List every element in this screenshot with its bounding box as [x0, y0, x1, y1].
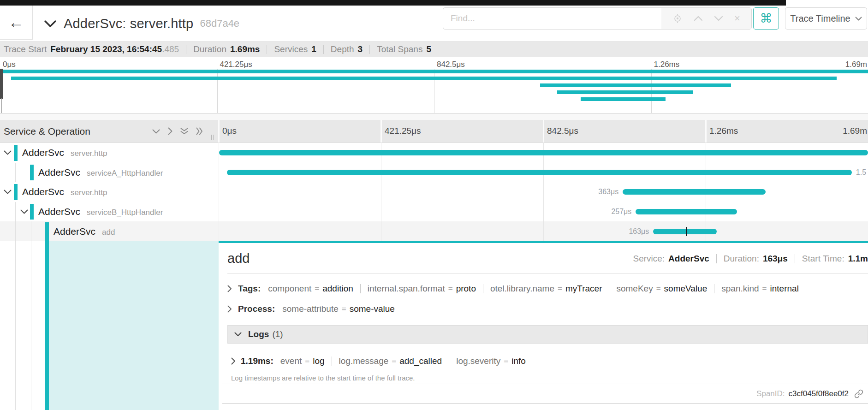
log-entry-chevron-right-icon [231, 357, 236, 365]
service-name: AdderSvc [54, 226, 95, 237]
operation-name: serviceB_HttpHandler [87, 208, 163, 217]
timeline-tick-label: 1.69m [843, 126, 867, 136]
minimap-scrubber-handle[interactable] [0, 69, 3, 99]
span-row-labels: AdderSvcserver.http [22, 186, 107, 197]
resizer-strip[interactable] [0, 113, 868, 120]
detail-meta-value: 1.1m [848, 254, 868, 264]
timeline-tick-label: 0μs [222, 126, 237, 136]
span-bar[interactable] [653, 229, 717, 234]
service-name: AdderSvc [22, 147, 64, 158]
minimap-gridline [434, 69, 434, 113]
process-label[interactable]: Process: [238, 304, 275, 314]
summary-item-value: February 15 2023, 16:54:45.485 [50, 44, 179, 54]
logs-section-header[interactable]: Logs (1) [227, 325, 868, 344]
keyboard-shortcuts-button[interactable]: ⌘ [753, 7, 779, 30]
detail-meta-label: Start Time: [802, 254, 844, 264]
log-field-key: log.severity [456, 356, 500, 366]
logs-count: (1) [272, 329, 283, 339]
spanid-link-icon[interactable] [854, 389, 863, 398]
timeline-minimap[interactable]: 0μs421.25μs842.5μs1.26ms1.69m [0, 58, 868, 113]
summary-item-label: Duration [193, 44, 226, 54]
span-row[interactable]: AdderSvcserver.http [0, 143, 868, 163]
minimap-span-bar [11, 77, 837, 80]
minimap-tick-label: 1.26ms [654, 60, 680, 69]
span-bar[interactable] [227, 170, 852, 175]
expand-all-double-chevron-right-icon[interactable] [196, 127, 203, 135]
span-bar[interactable] [636, 209, 737, 214]
service-accent-bar [14, 145, 18, 161]
expand-one-chevron-right-icon[interactable] [168, 127, 172, 135]
span-bar[interactable] [219, 150, 868, 155]
minimap-scrubber-line [1, 98, 2, 113]
span-bar[interactable] [623, 189, 766, 195]
back-button[interactable]: ← [0, 6, 33, 40]
span-row-chevron-down-icon[interactable] [4, 150, 12, 155]
detail-meta-label: Duration: [724, 254, 759, 264]
operation-name: server.http [71, 149, 107, 158]
span-detail-title-row: add Service:AdderSvcDuration:163μsStart … [227, 251, 868, 266]
span-duration-label: 363μs [219, 188, 623, 196]
span-row[interactable]: AdderSvcadd163μs [0, 221, 868, 241]
summary-item-suffix: .485 [162, 44, 179, 54]
span-row-chevron-down-icon[interactable] [4, 190, 12, 194]
service-operation-header: Service & Operation [0, 120, 219, 143]
collapse-all-double-chevron-down-icon[interactable] [180, 128, 188, 135]
equals-sign: = [448, 284, 453, 293]
process-attr-value: some-value [350, 304, 395, 314]
span-row[interactable]: AdderSvcserviceB_HttpHandler257μs [0, 202, 868, 222]
span-row[interactable]: AdderSvcserver.http363μs [0, 182, 868, 202]
equals-sign: = [762, 284, 767, 293]
span-row-chevron-down-icon[interactable] [20, 209, 28, 214]
minimap-span-bar [540, 83, 731, 87]
span-row-labels: AdderSvcserviceA_HttpHandler [38, 167, 163, 178]
span-row[interactable]: AdderSvcserviceA_HttpHandler1.5 [0, 163, 868, 183]
view-selector-button[interactable]: Trace Timeline [785, 7, 867, 30]
tags-label[interactable]: Tags: [238, 284, 261, 294]
tag-value: internal [770, 284, 799, 294]
divider [227, 273, 868, 273]
collapse-one-chevron-down-icon[interactable] [152, 129, 160, 134]
service-operation-title: Service & Operation [4, 126, 90, 137]
page-title: AdderSvc: server.http [64, 16, 193, 31]
tag-key: otel.library.name [490, 284, 554, 294]
logs-label: Logs [248, 329, 269, 339]
trace-page: ← AdderSvc: server.http 68d7a4e × [0, 0, 868, 410]
minimap-tick-label: 1.69m [845, 60, 867, 69]
title-group: AdderSvc: server.http 68d7a4e [44, 6, 239, 42]
span-row-name-cell: AdderSvcadd [0, 221, 219, 241]
summary-item-value: 1 [311, 44, 316, 54]
minimap-tick-label: 0μs [3, 60, 16, 69]
log-entry-time: 1.19ms: [241, 356, 273, 366]
span-detail-panel: add Service:AdderSvcDuration:163μsStart … [219, 241, 868, 410]
tag-value: myTracer [565, 284, 602, 294]
tag-value: proto [456, 284, 476, 294]
span-row-timeline-cell: 363μs [219, 182, 868, 202]
locate-target-icon[interactable] [672, 13, 683, 24]
logs-note: Log timestamps are relative to the start… [231, 374, 868, 382]
summary-item-value: 5 [426, 44, 431, 54]
equals-sign: = [305, 357, 309, 366]
span-row-timeline-cell: 163μs [219, 221, 868, 241]
process-section: Process: some-attribute=some-value [227, 304, 868, 314]
process-chevron-right-icon[interactable] [227, 305, 232, 313]
minimap-span-bar [0, 70, 868, 73]
span-row-timeline-cell [219, 143, 868, 163]
service-accent-bar [45, 222, 49, 241]
next-result-chevron-down-icon[interactable] [714, 16, 723, 21]
equals-sign: = [342, 304, 346, 314]
minimap-span-bar [557, 90, 693, 94]
log-entry-row[interactable]: 1.19ms: event=loglog.message=add_calledl… [231, 356, 868, 366]
tag-key: someKey [616, 284, 653, 294]
column-resizer-handle[interactable] [208, 135, 216, 140]
tag-value: addition [322, 284, 353, 294]
find-input[interactable] [443, 8, 661, 29]
tags-chevron-right-icon[interactable] [227, 285, 232, 292]
log-field-value: add_called [399, 356, 442, 366]
row-collapse-controls [152, 127, 219, 135]
spanid-row: SpanID: c3cf045f0f8ee0f2 [222, 384, 868, 404]
prev-result-chevron-up-icon[interactable] [694, 16, 703, 21]
trace-header: ← AdderSvc: server.http 68d7a4e × [0, 6, 868, 42]
collapse-trace-chevron-down-icon[interactable] [44, 20, 56, 27]
clear-find-close-icon[interactable]: × [734, 13, 740, 24]
summary-item-value: 3 [358, 44, 363, 54]
